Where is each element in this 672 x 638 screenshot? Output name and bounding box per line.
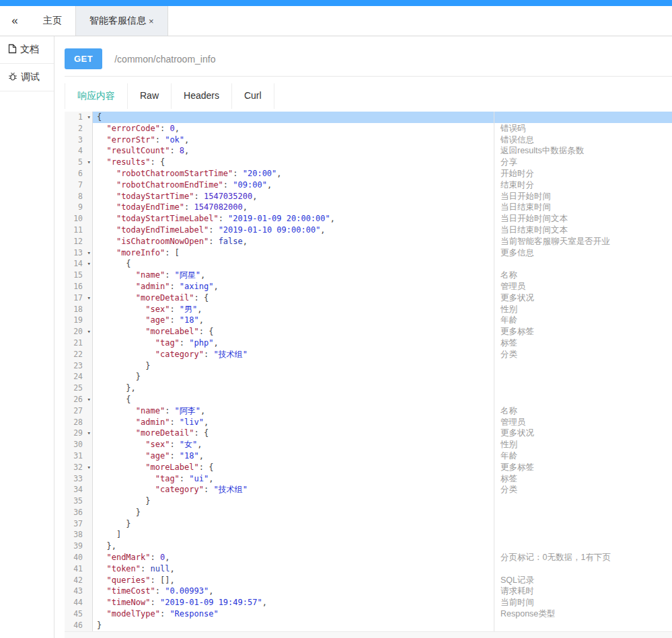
code-text[interactable]: } (93, 507, 494, 518)
code-text[interactable]: "age": "18", (93, 315, 494, 326)
tab-smart-service-info[interactable]: 智能客服信息 × (75, 6, 168, 36)
code-text[interactable]: "timeNow": "2019-01-09 19:49:57", (93, 597, 494, 608)
code-line: 21 "tag": "php",标签 (65, 337, 672, 349)
code-line: 31 "age": "18",年龄 (65, 450, 672, 462)
code-text[interactable]: "name": "阿李", (93, 405, 494, 417)
code-text[interactable]: "tag": "php", (93, 337, 494, 349)
code-text[interactable]: "moreLabel": { (93, 462, 494, 473)
sidebar-item-debug[interactable]: 调试 (0, 64, 54, 91)
code-text[interactable]: } (93, 620, 494, 631)
code-text[interactable]: }, (93, 541, 494, 552)
code-text[interactable]: } (93, 360, 494, 372)
code-text[interactable]: "category": "技术组" (93, 349, 494, 360)
code-text[interactable]: }, (93, 383, 494, 394)
horizontal-scrollbar[interactable] (65, 631, 672, 638)
code-line: 9 "todayEndTime": 1547082000,当日结束时间 (65, 202, 672, 213)
code-text[interactable]: "endMark": 0, (93, 552, 494, 563)
field-comment: 当日结束时间文本 (494, 225, 672, 236)
code-text[interactable]: "resultCount": 8, (93, 145, 494, 157)
line-number: 2 (65, 123, 93, 134)
code-text[interactable]: } (93, 518, 494, 530)
code-line: 8 "todayStartTime": 1547035200,当日开始时间 (65, 191, 672, 202)
fold-icon[interactable]: ▾ (87, 326, 91, 337)
code-text[interactable]: "todayStartTime": 1547035200, (93, 191, 494, 202)
code-text[interactable]: "robotChatroomStartTime": "20:00", (93, 168, 494, 180)
code-text[interactable]: "todayEndTimeLabel": "2019-01-10 09:00:0… (93, 225, 494, 236)
code-text[interactable]: "results": { (93, 157, 494, 168)
line-number: 9 (65, 202, 93, 213)
code-text[interactable]: ] (93, 529, 494, 541)
sidebar-item-label: 文档 (20, 44, 39, 56)
field-comment (494, 507, 672, 518)
code-line: 11 "todayEndTimeLabel": "2019-01-10 09:0… (65, 225, 672, 236)
tab-response-content[interactable]: 响应内容 (65, 83, 128, 109)
fold-icon[interactable]: ▾ (87, 258, 91, 270)
field-comment: 结束时分 (494, 180, 672, 191)
line-number: 30 (65, 439, 93, 450)
tab-raw[interactable]: Raw (128, 83, 172, 109)
line-number: 22 (65, 349, 93, 360)
sidebar-item-label: 调试 (21, 71, 40, 83)
code-line: 46} (65, 620, 672, 631)
code-text[interactable]: "errorStr": "ok", (93, 134, 494, 146)
field-comment: 当日开始时间 (494, 191, 672, 202)
code-line: 3 "errorStr": "ok",错误信息 (65, 134, 672, 146)
collapse-sidebar-button[interactable]: « (0, 6, 30, 36)
field-comment (494, 563, 672, 575)
fold-icon[interactable]: ▾ (87, 462, 91, 473)
code-text[interactable]: "errorCode": 0, (93, 123, 494, 134)
code-text[interactable]: "robotChatroomEndTime": "09:00", (93, 180, 494, 191)
line-number: 42 (65, 575, 93, 586)
fold-icon[interactable]: ▾ (87, 247, 91, 259)
line-number: 23 (65, 360, 93, 372)
code-line: 24 } (65, 371, 672, 383)
tab-label: 智能客服信息 (89, 15, 146, 27)
code-text[interactable]: } (93, 495, 494, 507)
tab-close-icon[interactable]: × (149, 16, 154, 26)
code-text[interactable]: { (93, 394, 494, 405)
code-text[interactable]: "admin": "axing", (93, 281, 494, 292)
http-method-badge[interactable]: GET (65, 48, 102, 69)
code-text[interactable]: "moreDetail": { (93, 428, 494, 439)
tab-home[interactable]: 主页 (30, 6, 75, 36)
fold-icon[interactable]: ▾ (87, 157, 91, 168)
code-text[interactable]: { (93, 258, 494, 270)
code-text[interactable]: "tag": "ui", (93, 473, 494, 485)
code-text[interactable]: "admin": "liv", (93, 417, 494, 428)
code-text[interactable]: "moreDetail": { (93, 292, 494, 304)
fold-icon[interactable]: ▾ (87, 112, 91, 123)
code-text[interactable]: "timeCost": "0.00993", (93, 586, 494, 597)
code-text[interactable]: "modelType": "Response" (93, 608, 494, 620)
field-comment: 请求耗时 (494, 586, 672, 597)
tab-headers[interactable]: Headers (172, 83, 232, 109)
code-text[interactable]: "name": "阿星", (93, 270, 494, 281)
line-number: 8 (65, 191, 93, 202)
code-line: 10 "todayStartTimeLabel": "2019-01-09 20… (65, 213, 672, 225)
code-text[interactable]: "queries": [], (93, 575, 494, 586)
code-text[interactable]: "isChatroomNowOpen": false, (93, 236, 494, 247)
code-text[interactable]: "todayEndTime": 1547082000, (93, 202, 494, 213)
fold-icon[interactable]: ▾ (87, 428, 91, 439)
code-text[interactable]: "age": "18", (93, 450, 494, 462)
code-text[interactable]: } (93, 371, 494, 383)
debug-icon (8, 71, 17, 83)
code-line: 2 "errorCode": 0,错误码 (65, 123, 672, 134)
request-url-field[interactable]: /common/chatroom_info (114, 54, 215, 65)
code-text[interactable]: { (93, 112, 494, 123)
code-text[interactable]: "moreInfo": [ (93, 247, 494, 259)
code-line: 20▾ "moreLabel": {更多标签 (65, 326, 672, 337)
fold-icon[interactable]: ▾ (87, 394, 91, 405)
line-number: 11 (65, 225, 93, 236)
sidebar-item-docs[interactable]: 文档 (0, 36, 54, 64)
tab-curl[interactable]: Curl (232, 83, 274, 109)
code-text[interactable]: "moreLabel": { (93, 326, 494, 337)
code-text[interactable]: "category": "技术组" (93, 484, 494, 495)
line-number: 21 (65, 337, 93, 349)
code-text[interactable]: "sex": "女", (93, 439, 494, 450)
code-text[interactable]: "token": null, (93, 563, 494, 575)
code-line: 6 "robotChatroomStartTime": "20:00",开始时分 (65, 168, 672, 180)
fold-icon[interactable]: ▾ (87, 292, 91, 304)
field-comment (494, 529, 672, 541)
code-text[interactable]: "todayStartTimeLabel": "2019-01-09 20:00… (93, 213, 494, 225)
code-text[interactable]: "sex": "男", (93, 304, 494, 315)
